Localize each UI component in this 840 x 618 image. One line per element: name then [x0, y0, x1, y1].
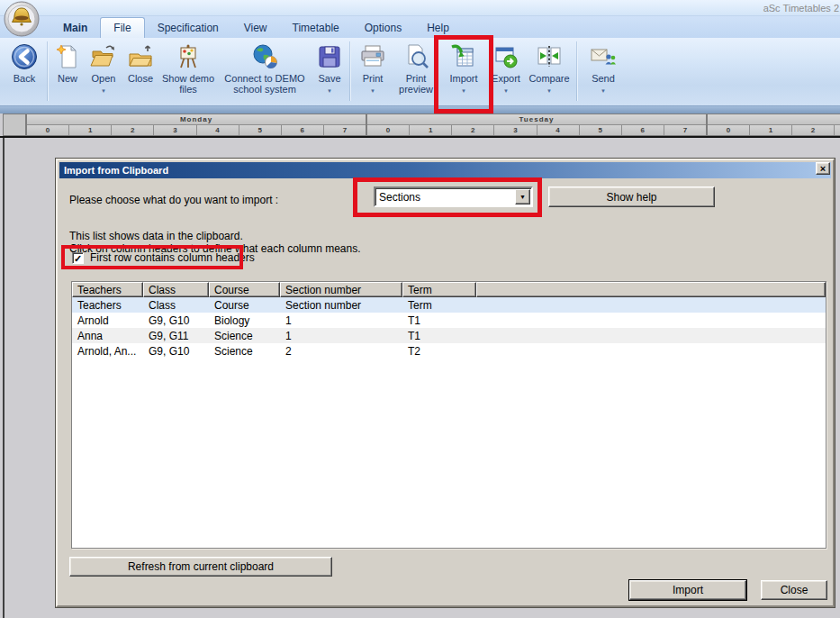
period-cell[interactable]: 1: [750, 125, 792, 136]
period-cell[interactable]: 0: [708, 125, 750, 136]
open-dropdown-arrow-icon[interactable]: ▼: [101, 86, 106, 96]
clipboard-data-table: Teachers Class Course Section number Ter…: [71, 281, 826, 549]
save-button[interactable]: Save ▼: [312, 40, 348, 105]
period-cell[interactable]: [835, 125, 840, 136]
dialog-titlebar[interactable]: Import from Clipboard: [59, 162, 831, 178]
bell-logo-icon: [2, 0, 41, 40]
show-demo-files-label: Show demo files: [158, 73, 218, 95]
tab-view[interactable]: View: [231, 17, 280, 38]
checkbox-check-icon[interactable]: ✓: [72, 252, 84, 264]
period-cell[interactable]: 4: [197, 125, 239, 136]
cell: 1: [280, 314, 402, 327]
table-row[interactable]: Arnold G9, G10 Biology 1 T1: [72, 313, 826, 328]
day-name[interactable]: [708, 114, 840, 125]
dialog-title: Import from Clipboard: [64, 165, 168, 176]
open-folder-icon: [89, 42, 118, 71]
table-row[interactable]: Anna G9, G11 Science 1 T1: [72, 328, 826, 343]
tab-timetable[interactable]: Timetable: [280, 17, 352, 38]
ribbon-separator: [349, 41, 351, 101]
export-dropdown-arrow-icon[interactable]: ▼: [503, 86, 509, 96]
export-button[interactable]: Export ▼: [488, 40, 524, 105]
period-cell[interactable]: 6: [622, 125, 664, 136]
tab-help[interactable]: Help: [414, 17, 462, 38]
connect-demo-label: Connect to DEMO school system: [218, 73, 312, 95]
printer-icon: [358, 42, 387, 71]
cell: Arnold, An...: [72, 345, 143, 358]
dialog-close-label: Close: [781, 584, 808, 596]
combo-arrow-icon[interactable]: ▼: [515, 189, 530, 204]
open-button[interactable]: Open ▼: [85, 40, 122, 105]
show-help-button[interactable]: Show help: [548, 186, 715, 207]
tab-options[interactable]: Options: [352, 17, 414, 38]
import-type-dropdown[interactable]: Sections ▼: [374, 186, 533, 207]
send-label: Send: [592, 73, 615, 84]
compare-dropdown-arrow-icon[interactable]: ▼: [546, 86, 552, 96]
period-cell[interactable]: 3: [494, 125, 537, 136]
period-cell[interactable]: 2: [452, 125, 494, 136]
timetable-day-partial[interactable]: 0 1 2: [707, 114, 840, 136]
column-header-term[interactable]: Term: [402, 282, 476, 297]
import-dropdown-arrow-icon[interactable]: ▼: [461, 86, 466, 96]
send-button[interactable]: Send ▼: [583, 40, 623, 105]
dialog-import-button[interactable]: Import: [629, 580, 746, 600]
column-header-course[interactable]: Course: [209, 282, 280, 297]
period-cell[interactable]: 2: [112, 125, 154, 136]
period-cell[interactable]: 2: [792, 125, 835, 136]
tab-main[interactable]: Main: [50, 17, 100, 38]
column-header-class[interactable]: Class: [143, 282, 209, 297]
cell: T2: [402, 345, 476, 358]
period-cell[interactable]: 6: [282, 125, 324, 136]
export-label: Export: [492, 73, 520, 84]
back-button[interactable]: Back: [4, 40, 45, 105]
print-preview-button[interactable]: Print preview: [393, 40, 439, 105]
period-cell[interactable]: 7: [664, 125, 706, 136]
period-cell[interactable]: 5: [580, 125, 622, 136]
first-row-checkbox-label: First row contains column headers: [90, 251, 255, 264]
period-cell[interactable]: 1: [69, 125, 112, 136]
refresh-clipboard-button[interactable]: Refresh from current clipboard: [69, 557, 332, 577]
dialog-close-button[interactable]: Close: [761, 580, 827, 600]
table-row[interactable]: Teachers Class Course Section number Ter…: [72, 297, 826, 313]
new-button[interactable]: New: [50, 40, 85, 105]
day-name[interactable]: Tuesday: [367, 114, 706, 125]
refresh-clipboard-label: Refresh from current clipboard: [128, 560, 274, 573]
grid-left-edge: [3, 138, 5, 618]
show-demo-files-button[interactable]: Show demo files: [158, 40, 218, 105]
period-cell[interactable]: 1: [410, 125, 452, 136]
compare-button[interactable]: Compare ▼: [524, 40, 574, 105]
period-cell[interactable]: 4: [537, 125, 580, 136]
period-cell[interactable]: 0: [367, 125, 410, 136]
cell: T1: [402, 330, 476, 342]
compare-icon: [535, 42, 564, 71]
first-row-checkbox-row[interactable]: ✓ First row contains column headers: [72, 251, 255, 264]
tab-file[interactable]: File: [100, 17, 144, 38]
print-button[interactable]: Print ▼: [353, 40, 393, 105]
cell: G9, G11: [143, 330, 209, 342]
cell: Term: [402, 299, 476, 312]
table-row[interactable]: Arnold, An... G9, G10 Science 2 T2: [72, 343, 826, 359]
send-dropdown-arrow-icon[interactable]: ▼: [601, 86, 606, 96]
close-file-button[interactable]: Close: [122, 40, 158, 105]
save-floppy-icon: [315, 42, 344, 71]
period-cell[interactable]: 3: [154, 125, 196, 136]
import-button[interactable]: Import ▼: [439, 40, 488, 105]
column-header-section-number[interactable]: Section number: [280, 282, 402, 297]
ribbon-separator: [47, 41, 49, 101]
save-dropdown-arrow-icon[interactable]: ▼: [327, 86, 332, 96]
day-name[interactable]: Monday: [27, 114, 366, 125]
connect-demo-button[interactable]: Connect to DEMO school system: [218, 40, 312, 105]
period-cell[interactable]: 0: [27, 125, 69, 136]
dialog-close-icon[interactable]: ×: [816, 162, 830, 175]
cell: Class: [143, 299, 209, 312]
app-logo-button[interactable]: [2, 0, 41, 40]
tab-specification[interactable]: Specification: [145, 17, 231, 38]
print-dropdown-arrow-icon[interactable]: ▼: [370, 86, 375, 96]
period-cell[interactable]: 5: [239, 125, 282, 136]
window-titlebar: aSc Timetables 2: [0, 0, 840, 16]
timetable-day-monday[interactable]: Monday 0 1 2 3 4 5 6 7: [26, 114, 366, 136]
timetable-day-tuesday[interactable]: Tuesday 0 1 2 3 4 5 6 7: [366, 114, 707, 136]
period-cell[interactable]: 7: [324, 125, 366, 136]
column-header-teachers[interactable]: Teachers: [72, 282, 143, 297]
cell: T1: [402, 314, 476, 327]
print-preview-label: Print preview: [393, 73, 439, 95]
